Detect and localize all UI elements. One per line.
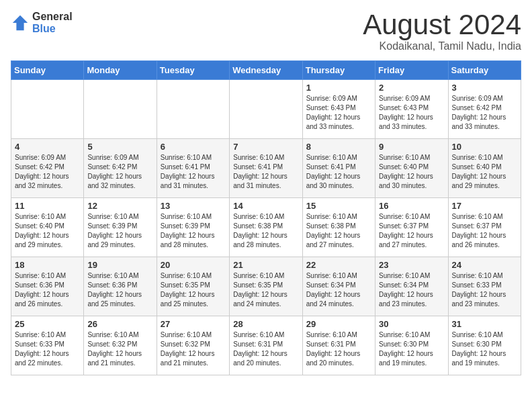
day-header-monday: Monday — [84, 61, 157, 80]
day-number: 10 — [452, 142, 517, 152]
day-info: Sunrise: 6:09 AMSunset: 6:42 PMDaylight:… — [15, 153, 80, 191]
calendar-day-cell: 28Sunrise: 6:10 AMSunset: 6:31 PMDayligh… — [230, 316, 302, 375]
calendar-day-cell: 19Sunrise: 6:10 AMSunset: 6:36 PMDayligh… — [84, 257, 157, 316]
day-number: 1 — [306, 83, 371, 93]
day-number: 5 — [87, 142, 152, 152]
day-number: 25 — [15, 319, 80, 329]
calendar-day-cell: 14Sunrise: 6:10 AMSunset: 6:38 PMDayligh… — [230, 198, 302, 257]
day-number: 26 — [87, 319, 152, 329]
day-number: 27 — [161, 319, 226, 329]
calendar-day-cell: 22Sunrise: 6:10 AMSunset: 6:34 PMDayligh… — [302, 257, 375, 316]
day-number: 16 — [379, 201, 444, 211]
day-info: Sunrise: 6:10 AMSunset: 6:41 PMDaylight:… — [306, 153, 371, 191]
day-number: 9 — [379, 142, 444, 152]
day-info: Sunrise: 6:10 AMSunset: 6:38 PMDaylight:… — [233, 212, 298, 250]
day-info: Sunrise: 6:10 AMSunset: 6:40 PMDaylight:… — [452, 153, 517, 191]
day-number: 11 — [15, 201, 80, 211]
calendar-day-cell: 31Sunrise: 6:10 AMSunset: 6:30 PMDayligh… — [448, 316, 521, 375]
calendar-day-cell: 27Sunrise: 6:10 AMSunset: 6:32 PMDayligh… — [157, 316, 229, 375]
day-number: 20 — [161, 260, 226, 270]
calendar-day-cell: 4Sunrise: 6:09 AMSunset: 6:42 PMDaylight… — [11, 139, 84, 198]
calendar-day-cell: 8Sunrise: 6:10 AMSunset: 6:41 PMDaylight… — [302, 139, 375, 198]
day-number: 15 — [306, 201, 371, 211]
day-number: 28 — [233, 319, 298, 329]
day-info: Sunrise: 6:10 AMSunset: 6:39 PMDaylight:… — [161, 212, 226, 250]
calendar-day-cell — [157, 80, 229, 139]
day-header-sunday: Sunday — [11, 61, 84, 80]
logo-text: General Blue — [32, 11, 73, 34]
day-info: Sunrise: 6:10 AMSunset: 6:39 PMDaylight:… — [87, 212, 152, 250]
day-header-wednesday: Wednesday — [230, 61, 302, 80]
calendar-header-row: SundayMondayTuesdayWednesdayThursdayFrid… — [11, 61, 521, 80]
day-number: 22 — [306, 260, 371, 270]
calendar-day-cell — [230, 80, 302, 139]
calendar-day-cell: 29Sunrise: 6:10 AMSunset: 6:31 PMDayligh… — [302, 316, 375, 375]
day-number: 14 — [233, 201, 298, 211]
calendar-table: SundayMondayTuesdayWednesdayThursdayFrid… — [11, 60, 521, 375]
logo-blue-text: Blue — [32, 23, 73, 35]
calendar-day-cell: 6Sunrise: 6:10 AMSunset: 6:41 PMDaylight… — [157, 139, 229, 198]
calendar-day-cell: 20Sunrise: 6:10 AMSunset: 6:35 PMDayligh… — [157, 257, 229, 316]
calendar-day-cell: 21Sunrise: 6:10 AMSunset: 6:35 PMDayligh… — [230, 257, 302, 316]
calendar-day-cell: 24Sunrise: 6:10 AMSunset: 6:33 PMDayligh… — [448, 257, 521, 316]
day-number: 31 — [452, 319, 517, 329]
calendar-day-cell: 9Sunrise: 6:10 AMSunset: 6:40 PMDaylight… — [375, 139, 448, 198]
header: General Blue August 2024 Kodaikanal, Tam… — [11, 11, 521, 52]
calendar-week-row: 4Sunrise: 6:09 AMSunset: 6:42 PMDaylight… — [11, 139, 521, 198]
calendar-day-cell: 13Sunrise: 6:10 AMSunset: 6:39 PMDayligh… — [157, 198, 229, 257]
calendar-week-row: 18Sunrise: 6:10 AMSunset: 6:36 PMDayligh… — [11, 257, 521, 316]
day-info: Sunrise: 6:10 AMSunset: 6:35 PMDaylight:… — [233, 271, 298, 309]
calendar-day-cell: 15Sunrise: 6:10 AMSunset: 6:38 PMDayligh… — [302, 198, 375, 257]
calendar-week-row: 1Sunrise: 6:09 AMSunset: 6:43 PMDaylight… — [11, 80, 521, 139]
day-info: Sunrise: 6:09 AMSunset: 6:42 PMDaylight:… — [452, 94, 517, 132]
day-info: Sunrise: 6:10 AMSunset: 6:35 PMDaylight:… — [161, 271, 226, 309]
day-info: Sunrise: 6:10 AMSunset: 6:38 PMDaylight:… — [306, 212, 371, 250]
day-header-friday: Friday — [375, 61, 448, 80]
calendar-day-cell: 18Sunrise: 6:10 AMSunset: 6:36 PMDayligh… — [11, 257, 84, 316]
calendar-day-cell: 30Sunrise: 6:10 AMSunset: 6:30 PMDayligh… — [375, 316, 448, 375]
day-number: 29 — [306, 319, 371, 329]
calendar-day-cell: 3Sunrise: 6:09 AMSunset: 6:42 PMDaylight… — [448, 80, 521, 139]
day-number: 3 — [452, 83, 517, 93]
day-number: 30 — [379, 319, 444, 329]
day-number: 13 — [161, 201, 226, 211]
calendar-day-cell: 11Sunrise: 6:10 AMSunset: 6:40 PMDayligh… — [11, 198, 84, 257]
calendar-day-cell: 26Sunrise: 6:10 AMSunset: 6:32 PMDayligh… — [84, 316, 157, 375]
day-info: Sunrise: 6:10 AMSunset: 6:37 PMDaylight:… — [452, 212, 517, 250]
day-info: Sunrise: 6:09 AMSunset: 6:43 PMDaylight:… — [306, 94, 371, 132]
calendar-day-cell: 5Sunrise: 6:09 AMSunset: 6:42 PMDaylight… — [84, 139, 157, 198]
day-number: 19 — [87, 260, 152, 270]
day-number: 4 — [15, 142, 80, 152]
month-title: August 2024 — [363, 11, 521, 39]
day-info: Sunrise: 6:10 AMSunset: 6:40 PMDaylight:… — [379, 153, 444, 191]
day-number: 7 — [233, 142, 298, 152]
day-info: Sunrise: 6:10 AMSunset: 6:34 PMDaylight:… — [379, 271, 444, 309]
day-info: Sunrise: 6:10 AMSunset: 6:31 PMDaylight:… — [306, 330, 371, 368]
day-info: Sunrise: 6:09 AMSunset: 6:43 PMDaylight:… — [379, 94, 444, 132]
day-info: Sunrise: 6:10 AMSunset: 6:40 PMDaylight:… — [15, 212, 80, 250]
day-info: Sunrise: 6:09 AMSunset: 6:42 PMDaylight:… — [87, 153, 152, 191]
day-number: 12 — [87, 201, 152, 211]
day-info: Sunrise: 6:10 AMSunset: 6:30 PMDaylight:… — [379, 330, 444, 368]
day-info: Sunrise: 6:10 AMSunset: 6:36 PMDaylight:… — [15, 271, 80, 309]
day-info: Sunrise: 6:10 AMSunset: 6:31 PMDaylight:… — [233, 330, 298, 368]
calendar-day-cell — [84, 80, 157, 139]
calendar-day-cell: 2Sunrise: 6:09 AMSunset: 6:43 PMDaylight… — [375, 80, 448, 139]
logo-icon — [11, 13, 30, 32]
day-number: 2 — [379, 83, 444, 93]
day-info: Sunrise: 6:10 AMSunset: 6:41 PMDaylight:… — [233, 153, 298, 191]
calendar-day-cell: 10Sunrise: 6:10 AMSunset: 6:40 PMDayligh… — [448, 139, 521, 198]
location-title: Kodaikanal, Tamil Nadu, India — [363, 40, 521, 52]
calendar-day-cell: 16Sunrise: 6:10 AMSunset: 6:37 PMDayligh… — [375, 198, 448, 257]
day-header-saturday: Saturday — [448, 61, 521, 80]
calendar-day-cell: 7Sunrise: 6:10 AMSunset: 6:41 PMDaylight… — [230, 139, 302, 198]
logo[interactable]: General Blue — [11, 11, 73, 34]
day-info: Sunrise: 6:10 AMSunset: 6:32 PMDaylight:… — [161, 330, 226, 368]
day-info: Sunrise: 6:10 AMSunset: 6:33 PMDaylight:… — [15, 330, 80, 368]
calendar-day-cell: 23Sunrise: 6:10 AMSunset: 6:34 PMDayligh… — [375, 257, 448, 316]
day-info: Sunrise: 6:10 AMSunset: 6:33 PMDaylight:… — [452, 271, 517, 309]
day-number: 24 — [452, 260, 517, 270]
day-info: Sunrise: 6:10 AMSunset: 6:37 PMDaylight:… — [379, 212, 444, 250]
day-number: 6 — [161, 142, 226, 152]
title-section: August 2024 Kodaikanal, Tamil Nadu, Indi… — [363, 11, 521, 52]
